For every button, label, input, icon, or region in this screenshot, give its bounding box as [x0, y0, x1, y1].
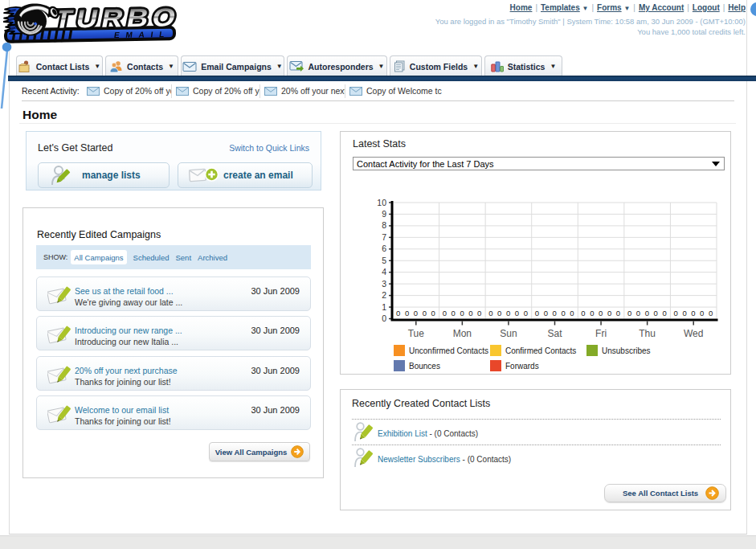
- svg-text:0: 0: [709, 309, 713, 318]
- svg-text:0: 0: [396, 309, 400, 318]
- svg-text:0: 0: [452, 309, 456, 318]
- svg-text:0: 0: [515, 309, 519, 318]
- svg-text:0: 0: [645, 309, 649, 318]
- svg-text:0: 0: [599, 309, 603, 318]
- svg-text:0: 0: [477, 309, 481, 318]
- svg-text:3: 3: [382, 279, 386, 289]
- svg-text:0: 0: [590, 309, 594, 318]
- svg-text:Fri: Fri: [595, 328, 607, 339]
- svg-text:0: 0: [682, 309, 686, 318]
- svg-text:0: 0: [607, 309, 611, 318]
- svg-text:4: 4: [382, 267, 386, 277]
- svg-text:8: 8: [382, 220, 386, 230]
- svg-text:Mon: Mon: [453, 328, 472, 339]
- svg-text:0: 0: [423, 309, 427, 318]
- svg-text:0: 0: [414, 309, 418, 318]
- svg-text:0: 0: [691, 309, 695, 318]
- svg-text:0: 0: [553, 309, 557, 318]
- svg-text:10: 10: [377, 198, 386, 207]
- svg-text:0: 0: [460, 309, 464, 318]
- svg-text:0: 0: [405, 309, 409, 318]
- svg-text:0: 0: [382, 313, 386, 323]
- svg-text:0: 0: [674, 309, 678, 318]
- svg-text:2: 2: [382, 290, 386, 300]
- svg-text:0: 0: [431, 309, 435, 318]
- svg-text:0: 0: [700, 309, 704, 318]
- svg-text:0: 0: [535, 309, 539, 318]
- svg-text:0: 0: [616, 309, 620, 318]
- svg-text:5: 5: [382, 256, 386, 265]
- svg-text:0: 0: [544, 309, 548, 318]
- svg-text:Wed: Wed: [684, 328, 703, 339]
- svg-text:0: 0: [506, 309, 510, 318]
- svg-text:Sat: Sat: [547, 328, 562, 339]
- svg-text:0: 0: [636, 309, 640, 318]
- svg-text:0: 0: [524, 309, 528, 318]
- svg-text:0: 0: [443, 309, 447, 318]
- svg-text:0: 0: [468, 309, 472, 318]
- svg-text:Tue: Tue: [408, 328, 425, 339]
- svg-text:9: 9: [382, 209, 386, 219]
- svg-text:0: 0: [561, 309, 565, 318]
- svg-text:0: 0: [570, 309, 574, 318]
- svg-text:0: 0: [627, 309, 631, 318]
- svg-text:1: 1: [382, 302, 386, 312]
- svg-text:0: 0: [654, 309, 658, 318]
- svg-text:0: 0: [662, 309, 666, 318]
- svg-text:Sun: Sun: [500, 328, 517, 339]
- svg-text:Thu: Thu: [639, 328, 656, 339]
- svg-text:7: 7: [382, 232, 386, 242]
- svg-text:6: 6: [382, 244, 386, 253]
- svg-text:0: 0: [488, 309, 492, 318]
- svg-text:0: 0: [497, 309, 501, 318]
- svg-text:0: 0: [581, 309, 585, 318]
